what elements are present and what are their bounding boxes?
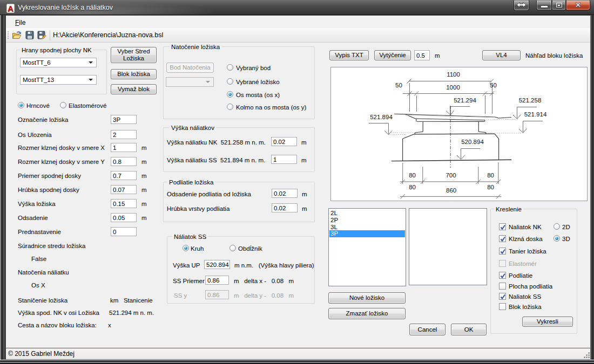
svg-text:521.258: 521.258 [519,97,542,104]
svg-text:521.894: 521.894 [370,114,393,120]
svg-text:80: 80 [487,172,494,178]
svg-text:1000: 1000 [446,84,460,91]
svg-text:700: 700 [446,172,456,178]
svg-text:521.914: 521.914 [524,111,547,118]
svg-text:521.294: 521.294 [454,97,476,104]
svg-text:860: 860 [446,187,456,194]
svg-text:80: 80 [409,172,416,178]
svg-text:50: 50 [395,82,402,88]
svg-text:80: 80 [409,184,416,190]
svg-text:50: 50 [490,82,497,88]
svg-text:1100: 1100 [447,71,460,78]
svg-text:80: 80 [487,184,494,190]
svg-text:520.894: 520.894 [461,139,484,145]
